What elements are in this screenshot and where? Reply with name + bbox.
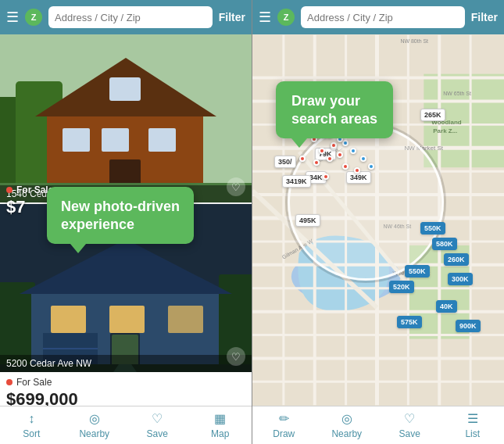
card-2-price: $699,000 xyxy=(6,389,245,406)
tab-list-label: List xyxy=(465,428,480,439)
map-pin: 3419K xyxy=(282,175,311,188)
tab-nearby-left[interactable]: ◎ Nearby xyxy=(63,406,127,444)
listing-photo-1: 1546 Cedar Ave NW ♡ xyxy=(0,34,252,202)
svg-text:Park Z...: Park Z... xyxy=(433,127,457,134)
draw-circle xyxy=(288,124,444,281)
left-tooltip: New photo-driven experience xyxy=(47,187,194,244)
left-header: ☰ Z Filter xyxy=(0,0,252,34)
status-dot-2 xyxy=(6,379,13,385)
tab-save-right[interactable]: ♡ Save xyxy=(378,406,441,444)
card-2-address: 5200 Cedar Ave NW xyxy=(0,355,252,372)
listing-card-1: 1546 Cedar Ave NW ♡ xyxy=(0,34,252,202)
svg-text:NW 65th St: NW 65th St xyxy=(443,91,471,96)
tab-save-left[interactable]: ♡ Save xyxy=(126,406,189,444)
tab-draw[interactable]: ✏ Draw xyxy=(252,406,316,444)
card-2-status-label: For Sale xyxy=(16,377,52,388)
map-dot xyxy=(319,148,325,154)
card-2-info: For Sale $699,000 4bd · 2ba · 2,270 sq f… xyxy=(0,372,252,406)
tab-draw-label: Draw xyxy=(273,428,295,439)
map-pin: 350/ xyxy=(274,156,296,168)
tab-nearby-right[interactable]: ◎ Nearby xyxy=(316,406,379,444)
map-dot xyxy=(299,156,306,162)
tab-sort-label: Sort xyxy=(23,428,40,439)
right-filter-button[interactable]: Filter xyxy=(471,11,498,23)
tab-nearby-right-label: Nearby xyxy=(331,428,362,439)
nearby-right-icon: ◎ xyxy=(341,411,352,426)
map-dot xyxy=(327,156,333,162)
tab-map[interactable]: ▦ Map xyxy=(189,406,252,444)
map-pin: 550K xyxy=(420,222,445,235)
left-search-bar[interactable] xyxy=(48,6,213,28)
right-tab-bar: ✏ Draw ◎ Nearby ♡ Save ☰ List xyxy=(252,406,504,444)
map-dot xyxy=(350,148,356,154)
list-icon: ☰ xyxy=(467,411,478,426)
map-pin: 40K xyxy=(436,300,457,313)
svg-rect-5 xyxy=(63,128,90,152)
tab-list[interactable]: ☰ List xyxy=(441,406,505,444)
tab-map-label: Map xyxy=(211,428,229,439)
map-dot xyxy=(323,174,329,180)
svg-rect-6 xyxy=(102,128,129,152)
tab-nearby-left-label: Nearby xyxy=(79,428,109,439)
save-right-icon: ♡ xyxy=(404,411,415,426)
map-dot xyxy=(360,156,366,162)
draw-icon: ✏ xyxy=(279,411,289,426)
left-panel: ☰ Z Filter xyxy=(0,0,252,444)
hamburger-icon[interactable]: ☰ xyxy=(6,9,19,26)
right-logo: Z xyxy=(277,9,295,26)
map-dot xyxy=(354,167,360,174)
left-search-input[interactable] xyxy=(55,12,206,23)
map-pin: 300K xyxy=(448,273,473,285)
svg-rect-7 xyxy=(148,128,176,152)
left-tab-bar: ↕ Sort ◎ Nearby ♡ Save ▦ Map xyxy=(0,406,252,444)
listings-area: 1546 Cedar Ave NW ♡ New photo-driven exp… xyxy=(0,34,252,406)
map-pin: 260K xyxy=(444,253,469,266)
map-pin: 495K xyxy=(295,214,320,227)
svg-text:NW 80th St: NW 80th St xyxy=(400,38,428,44)
map-pin: 265K xyxy=(420,109,445,121)
map-pin: 550K xyxy=(405,265,430,278)
left-filter-button[interactable]: Filter xyxy=(219,11,245,23)
svg-rect-17 xyxy=(51,306,86,333)
map-dot xyxy=(342,140,349,146)
tab-save-right-label: Save xyxy=(399,428,420,439)
map-area[interactable]: NW Market St NW 46th St W Nickerson St G… xyxy=(252,34,504,406)
map-dot xyxy=(313,159,320,166)
save-left-icon: ♡ xyxy=(152,411,163,426)
right-search-bar[interactable] xyxy=(301,6,465,28)
sort-icon: ↕ xyxy=(28,412,34,426)
right-search-input[interactable] xyxy=(307,12,459,23)
svg-rect-9 xyxy=(109,77,141,101)
right-hamburger-icon[interactable]: ☰ xyxy=(259,9,271,26)
map-pin: 580K xyxy=(432,238,457,250)
svg-rect-19 xyxy=(168,306,203,333)
map-icon: ▦ xyxy=(214,411,226,426)
right-tooltip: Draw your search areas xyxy=(276,81,393,138)
map-pin: 575K xyxy=(397,316,422,328)
tab-save-left-label: Save xyxy=(147,428,168,439)
card-1-heart[interactable]: ♡ xyxy=(227,177,245,196)
svg-rect-18 xyxy=(109,306,145,333)
map-dot xyxy=(337,152,343,158)
map-dot xyxy=(331,142,337,149)
map-dot xyxy=(368,163,374,170)
card-2-heart[interactable]: ♡ xyxy=(227,347,245,366)
right-panel: ☰ Z Filter xyxy=(252,0,504,444)
map-pin: 900K xyxy=(456,320,481,332)
nearby-left-icon: ◎ xyxy=(89,411,100,426)
map-dot xyxy=(342,163,349,170)
tab-sort[interactable]: ↕ Sort xyxy=(0,406,63,444)
map-pin: 520K xyxy=(389,281,414,293)
right-header: ☰ Z Filter xyxy=(252,0,504,34)
logo: Z xyxy=(25,9,42,26)
